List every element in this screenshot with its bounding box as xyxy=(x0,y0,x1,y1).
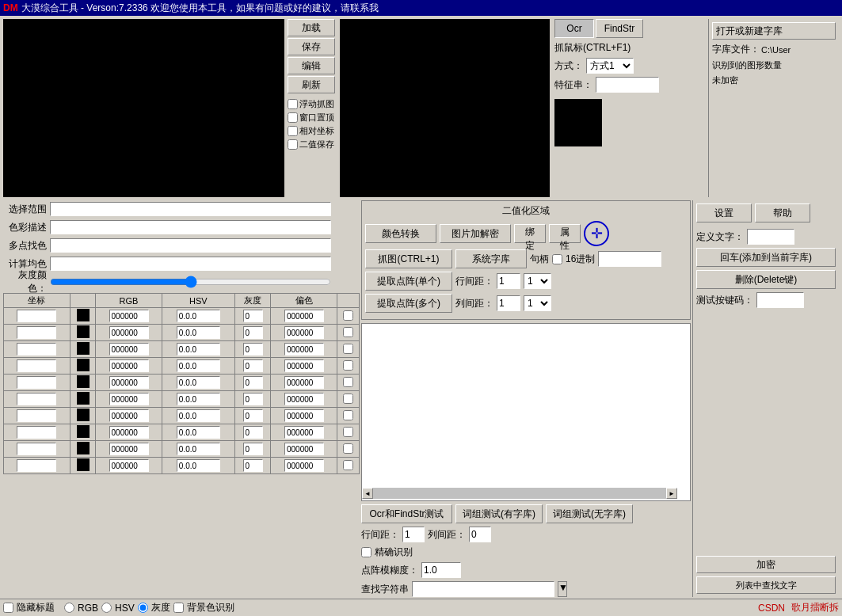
rgb-input-5[interactable] xyxy=(109,393,149,405)
coord-input-7[interactable] xyxy=(17,426,56,439)
hsv-input-3[interactable] xyxy=(177,359,220,372)
gray-input-6[interactable] xyxy=(243,409,263,422)
hsv-input-2[interactable] xyxy=(177,343,220,356)
col-spacing-input[interactable] xyxy=(497,295,520,311)
row-spacing2-input[interactable] xyxy=(402,527,425,542)
coord-input-5[interactable] xyxy=(17,393,56,405)
bias-input-4[interactable] xyxy=(284,376,324,389)
handle-checkbox[interactable] xyxy=(552,254,562,264)
img-decrypt-button[interactable]: 图片加解密 xyxy=(440,224,511,243)
delete-button[interactable]: 删除(Delete键) xyxy=(696,270,836,289)
rgb-input-7[interactable] xyxy=(109,426,149,439)
row-check-9[interactable] xyxy=(343,460,353,470)
row-spacing-input[interactable] xyxy=(497,273,520,289)
bias-input-8[interactable] xyxy=(284,443,324,455)
ocr-button[interactable]: Ocr xyxy=(554,19,594,38)
coord-input-4[interactable] xyxy=(17,376,56,389)
help-button[interactable]: 帮助 xyxy=(755,203,810,222)
col-spacing-select[interactable]: 1 xyxy=(524,295,551,311)
edit-button[interactable]: 编辑 xyxy=(288,57,335,74)
float-capture-checkbox[interactable] xyxy=(288,99,298,109)
define-word-input[interactable] xyxy=(747,229,794,245)
hide-title-checkbox[interactable] xyxy=(3,603,13,613)
rgb-input-2[interactable] xyxy=(109,343,149,356)
ocr-findstr-test-button[interactable]: Ocr和FindStr测试 xyxy=(361,504,452,523)
row-check-5[interactable] xyxy=(343,394,353,404)
row-spacing-select[interactable]: 1 xyxy=(524,273,551,289)
row-check-7[interactable] xyxy=(343,427,353,437)
hsv-radio[interactable] xyxy=(101,603,112,613)
select-range-input[interactable] xyxy=(50,202,331,216)
rgb-input-4[interactable] xyxy=(109,376,149,389)
word-group-test-button[interactable]: 词组测试(有字库) xyxy=(455,504,543,523)
row-check-6[interactable] xyxy=(343,410,353,420)
bias-input-3[interactable] xyxy=(284,359,324,372)
gray-input-5[interactable] xyxy=(243,393,263,405)
rgb-input-9[interactable] xyxy=(109,459,149,472)
coord-input-2[interactable] xyxy=(17,343,56,356)
rgb-input-3[interactable] xyxy=(109,359,149,372)
coord-input-9[interactable] xyxy=(17,459,56,472)
refresh-button[interactable]: 刷新 xyxy=(288,76,335,93)
system-lib-button[interactable]: 系统字库 xyxy=(455,249,527,268)
open-new-lib-button[interactable]: 打开或新建字库 xyxy=(712,22,836,40)
save-button[interactable]: 保存 xyxy=(288,38,335,55)
hsv-input-0[interactable] xyxy=(177,310,220,322)
rgb-input-6[interactable] xyxy=(109,409,149,422)
handle-input[interactable] xyxy=(598,251,661,267)
binary-save-checkbox[interactable] xyxy=(288,139,298,150)
bias-input-0[interactable] xyxy=(284,310,324,322)
row-check-8[interactable] xyxy=(343,443,353,454)
settings-circle-icon[interactable]: ✛ xyxy=(584,221,609,246)
calc-avg-input[interactable] xyxy=(50,257,331,271)
findstr-button[interactable]: FindStr xyxy=(596,19,643,38)
bias-input-9[interactable] xyxy=(284,459,324,472)
bias-input-2[interactable] xyxy=(284,343,324,356)
extract-single-button[interactable]: 提取点阵(单个) xyxy=(365,272,452,291)
gray-radio[interactable] xyxy=(138,603,148,613)
hsv-input-9[interactable] xyxy=(177,459,220,472)
gray-input-3[interactable] xyxy=(243,359,263,372)
gray-input-9[interactable] xyxy=(243,459,263,472)
settings-button[interactable]: 设置 xyxy=(696,203,752,222)
method-select[interactable]: 方式1 xyxy=(586,58,634,74)
property-button[interactable]: 属性 xyxy=(549,224,581,243)
row-check-1[interactable] xyxy=(343,327,353,337)
bias-input-1[interactable] xyxy=(284,326,324,339)
multi-find-input[interactable] xyxy=(50,238,331,253)
row-check-2[interactable] xyxy=(343,344,353,354)
color-desc-input[interactable] xyxy=(50,220,331,234)
coord-input-6[interactable] xyxy=(17,409,56,422)
dot-matrix-input[interactable] xyxy=(421,562,461,578)
hsv-input-6[interactable] xyxy=(177,409,220,422)
list-search-button[interactable]: 列表中查找文字 xyxy=(696,576,836,594)
capture-shortcut-button[interactable]: 抓图(CTRL+1) xyxy=(365,249,452,268)
add-to-lib-button[interactable]: 回车(添加到当前字库) xyxy=(696,248,836,267)
test-key-input[interactable] xyxy=(756,292,804,308)
gray-input-0[interactable] xyxy=(243,310,263,322)
bias-input-5[interactable] xyxy=(284,393,324,405)
hsv-input-1[interactable] xyxy=(177,326,220,339)
coord-input-8[interactable] xyxy=(17,443,56,455)
encrypt-button[interactable]: 加密 xyxy=(696,556,836,573)
relative-coord-checkbox[interactable] xyxy=(288,126,298,136)
find-char-scroll[interactable]: ▼ xyxy=(558,581,567,597)
bind-button[interactable]: 绑定 xyxy=(514,224,546,243)
hsv-input-4[interactable] xyxy=(177,376,220,389)
feature-input[interactable] xyxy=(596,77,659,93)
color-convert-button[interactable]: 颜色转换 xyxy=(365,224,436,243)
scroll-right-button[interactable]: ► xyxy=(666,488,677,499)
coord-input-3[interactable] xyxy=(17,359,56,372)
hsv-input-5[interactable] xyxy=(177,393,220,405)
hsv-input-8[interactable] xyxy=(177,443,220,455)
row-check-3[interactable] xyxy=(343,360,353,371)
gray-slider[interactable] xyxy=(50,275,331,289)
gray-input-1[interactable] xyxy=(243,326,263,339)
find-char-input[interactable] xyxy=(412,581,554,597)
rgb-radio[interactable] xyxy=(64,603,74,613)
coord-input-1[interactable] xyxy=(17,326,56,339)
precise-recognize-checkbox[interactable] xyxy=(361,547,371,557)
gray-input-4[interactable] xyxy=(243,376,263,389)
rgb-input-8[interactable] xyxy=(109,443,149,455)
extract-multi-button[interactable]: 提取点阵(多个) xyxy=(365,294,452,313)
